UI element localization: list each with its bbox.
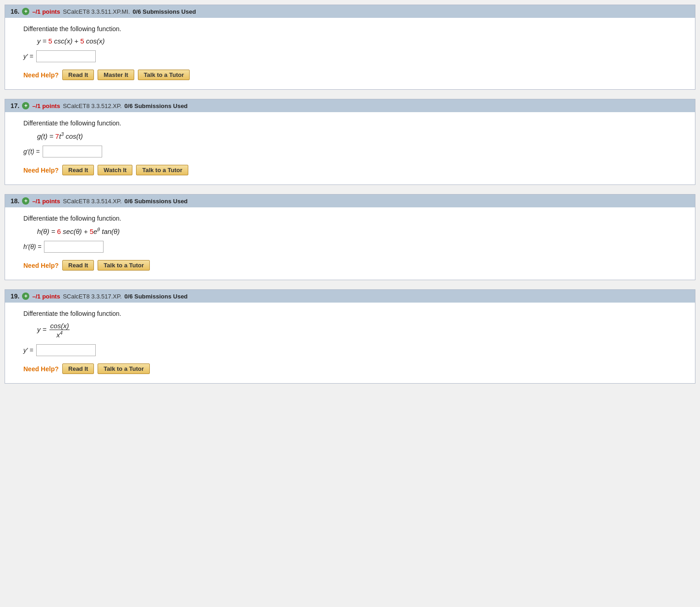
plus-icon-18[interactable]: +	[22, 197, 29, 205]
problem-19-answer-label: y' =	[23, 347, 33, 354]
problem-18-need-help: Need Help?	[23, 262, 59, 269]
problem-18-body: Differentiate the following function. h(…	[5, 207, 695, 280]
problem-19-points: –/1 points	[32, 293, 60, 300]
problem-19-read-it[interactable]: Read It	[62, 363, 94, 374]
problem-16-answer-label: y' =	[23, 53, 33, 60]
problem-16-function: y = 5 csc(x) + 5 cos(x)	[37, 37, 686, 45]
problem-18-number: 18.	[11, 197, 19, 205]
problem-17-instruction: Differentiate the following function.	[23, 119, 686, 127]
problem-18-help-row: Need Help? Read It Talk to a Tutor	[23, 260, 686, 271]
problem-18-header: 18. + –/1 points SCalcET8 3.3.514.XP. 0/…	[5, 195, 695, 207]
problem-18-answer-label: h'(θ) =	[23, 243, 41, 250]
problem-19-help-row: Need Help? Read It Talk to a Tutor	[23, 363, 686, 374]
problem-16-help-row: Need Help? Read It Master It Talk to a T…	[23, 70, 686, 80]
problem-17: 17. + –/1 points SCalcET8 3.3.512.XP. 0/…	[5, 99, 695, 185]
problem-19-answer-row: y' =	[23, 344, 686, 356]
problem-17-body: Differentiate the following function. g(…	[5, 112, 695, 184]
plus-icon-16[interactable]: +	[22, 8, 29, 15]
problem-18-answer-row: h'(θ) =	[23, 241, 686, 253]
problem-17-answer-row: g'(t) =	[23, 146, 686, 157]
problem-16-master-it[interactable]: Master It	[98, 70, 134, 80]
problem-17-talk-to-tutor[interactable]: Talk to a Tutor	[136, 165, 188, 175]
problem-17-read-it[interactable]: Read It	[62, 165, 94, 175]
problem-16-answer-row: y' =	[23, 50, 686, 62]
problem-18-input[interactable]	[44, 241, 104, 253]
problem-16-read-it[interactable]: Read It	[62, 70, 94, 80]
problem-16-input[interactable]	[36, 50, 96, 62]
problem-16: 16. + –/1 points SCalcET8 3.3.511.XP.MI.…	[5, 5, 695, 90]
problem-18-talk-to-tutor[interactable]: Talk to a Tutor	[98, 260, 150, 271]
problem-17-source: SCalcET8 3.3.512.XP.	[63, 103, 121, 109]
problem-17-submissions: 0/6 Submissions Used	[125, 103, 188, 109]
problem-16-header: 16. + –/1 points SCalcET8 3.3.511.XP.MI.…	[5, 5, 695, 18]
problem-19-number: 19.	[11, 293, 19, 300]
problem-19-talk-to-tutor[interactable]: Talk to a Tutor	[98, 363, 150, 374]
problem-17-number: 17.	[11, 102, 19, 109]
problem-17-answer-label: g'(t) =	[23, 148, 40, 155]
problem-19-source: SCalcET8 3.3.517.XP.	[63, 293, 121, 300]
problem-19-header: 19. + –/1 points SCalcET8 3.3.517.XP. 0/…	[5, 290, 695, 303]
problem-18-source: SCalcET8 3.3.514.XP.	[63, 198, 121, 205]
problem-17-points: –/1 points	[32, 103, 60, 109]
problem-17-function: g(t) = 7t3 cos(t)	[37, 131, 686, 140]
plus-icon-17[interactable]: +	[22, 102, 29, 109]
problem-16-points: –/1 points	[32, 8, 60, 15]
problem-17-need-help: Need Help?	[23, 167, 59, 174]
problem-16-body: Differentiate the following function. y …	[5, 18, 695, 89]
problem-16-need-help: Need Help?	[23, 71, 59, 79]
problem-19-input[interactable]	[36, 344, 96, 356]
problem-18-function: h(θ) = 6 sec(θ) + 5eθ tan(θ)	[37, 227, 686, 235]
problem-16-instruction: Differentiate the following function.	[23, 25, 686, 33]
problem-18-read-it[interactable]: Read It	[62, 260, 94, 271]
problem-18-instruction: Differentiate the following function.	[23, 215, 686, 222]
plus-icon-19[interactable]: +	[22, 293, 29, 300]
problem-18: 18. + –/1 points SCalcET8 3.3.514.XP. 0/…	[5, 194, 695, 280]
problem-17-input[interactable]	[43, 146, 102, 157]
problem-18-points: –/1 points	[32, 198, 60, 205]
problem-16-source: SCalcET8 3.3.511.XP.MI.	[63, 8, 130, 15]
problem-16-submissions: 0/6 Submissions Used	[133, 8, 196, 15]
problem-19-body: Differentiate the following function. y …	[5, 303, 695, 383]
problem-19-submissions: 0/6 Submissions Used	[125, 293, 188, 300]
problem-17-help-row: Need Help? Read It Watch It Talk to a Tu…	[23, 165, 686, 175]
problem-19-instruction: Differentiate the following function.	[23, 310, 686, 317]
problem-16-number: 16.	[11, 8, 19, 15]
problem-19-need-help: Need Help?	[23, 365, 59, 373]
problem-16-talk-to-tutor[interactable]: Talk to a Tutor	[138, 70, 190, 80]
problem-19: 19. + –/1 points SCalcET8 3.3.517.XP. 0/…	[5, 289, 695, 384]
problem-18-submissions: 0/6 Submissions Used	[125, 198, 188, 205]
problem-17-watch-it[interactable]: Watch It	[98, 165, 132, 175]
problem-17-header: 17. + –/1 points SCalcET8 3.3.512.XP. 0/…	[5, 99, 695, 112]
problem-19-function: y = cos(x) x4	[37, 322, 686, 339]
